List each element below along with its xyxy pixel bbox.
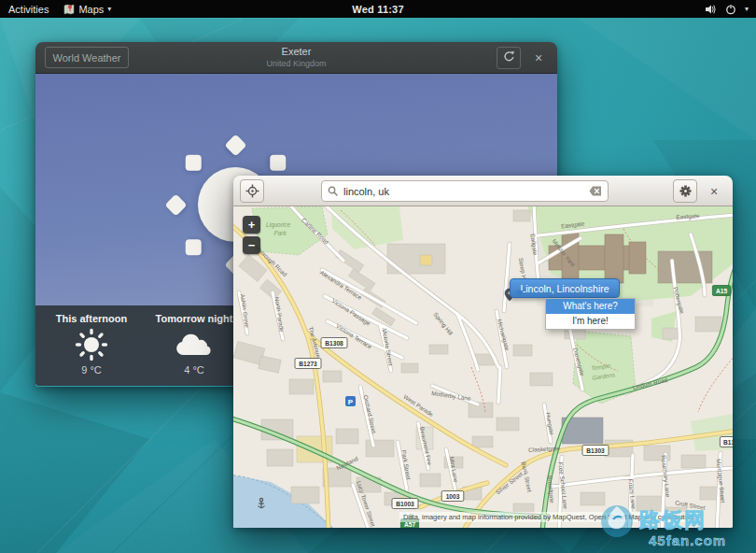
forecast-item: Tomorrow night 4 °C <box>146 313 243 376</box>
maps-headerbar[interactable]: lincoln, uk × <box>233 176 733 206</box>
top-bar: Activities Maps ▾ Wed 11:37 ▾ <box>0 0 756 18</box>
refresh-button[interactable] <box>497 47 521 69</box>
weather-location-title: Exeter <box>35 46 557 57</box>
settings-button[interactable] <box>673 179 697 203</box>
place-bubble[interactable]: Lincoln, Lincolnshire <box>510 278 620 298</box>
sun-ray <box>185 154 201 170</box>
crosshair-icon <box>245 184 259 198</box>
watermark-cjk-text: 路饭网 <box>638 508 707 532</box>
search-value[interactable]: lincoln, uk <box>343 186 589 197</box>
sun-icon <box>49 327 134 362</box>
context-menu-item-whats-here[interactable]: What's here? <box>546 299 635 314</box>
road-shield: B1308 <box>321 338 347 348</box>
svg-text:B1303: B1303 <box>586 447 605 454</box>
gear-icon <box>679 184 693 198</box>
zoom-out-button[interactable]: − <box>243 236 260 254</box>
context-menu-item-im-here[interactable]: I'm here! <box>546 314 635 329</box>
svg-text:1003: 1003 <box>446 493 460 500</box>
refresh-icon <box>503 50 515 63</box>
search-icon <box>328 186 338 196</box>
watermark-logo-icon <box>601 505 633 537</box>
cloud-icon <box>146 327 243 362</box>
weather-close-button[interactable]: × <box>528 47 549 69</box>
watermark: 路饭网 45fan.com <box>591 495 754 551</box>
road-shield: 1003 <box>441 491 464 502</box>
desktop: Activities Maps ▾ Wed 11:37 ▾ <box>0 0 756 553</box>
road-shield: B1003 <box>392 499 418 509</box>
map-svg: P LiquoriceParkCarline RoadYarborough Ro… <box>233 206 733 528</box>
map-context-menu: What's here? I'm here! <box>545 298 636 330</box>
maps-window: lincoln, uk × <box>233 176 733 528</box>
forecast-label: Tomorrow night <box>146 313 243 324</box>
svg-text:A15: A15 <box>716 288 727 294</box>
road-shield: B1273 <box>295 359 321 369</box>
zoom-controls: + − <box>243 216 260 254</box>
svg-text:B1308: B1308 <box>325 340 343 347</box>
weather-titlebar[interactable]: World Weather Exeter United Kingdom × <box>35 42 557 74</box>
street-label: Park <box>273 230 287 236</box>
sun-ray <box>164 193 187 216</box>
power-icon[interactable] <box>725 4 736 15</box>
road-shield: B13 <box>720 437 733 447</box>
map-canvas[interactable]: P LiquoriceParkCarline RoadYarborough Ro… <box>233 206 733 528</box>
forecast-item: This afternoon 9 °C <box>49 313 134 376</box>
search-input[interactable]: lincoln, uk <box>321 180 609 202</box>
street-label: Liquorice <box>266 221 290 229</box>
clear-icon[interactable] <box>589 186 602 196</box>
svg-text:P: P <box>348 398 354 406</box>
maps-close-button[interactable]: × <box>704 179 724 203</box>
forecast-label: This afternoon <box>49 313 134 324</box>
svg-text:B1273: B1273 <box>299 361 317 367</box>
sun-ray <box>185 239 201 255</box>
road-shield: B1303 <box>582 446 609 456</box>
sun-ray <box>270 154 286 170</box>
goto-current-location-button[interactable] <box>240 179 264 203</box>
svg-text:B1003: B1003 <box>396 501 414 507</box>
zoom-in-button[interactable]: + <box>243 216 260 234</box>
caret-down-icon[interactable]: ▾ <box>745 5 749 13</box>
clock[interactable]: Wed 11:37 <box>0 4 756 15</box>
weather-location-subtitle: United Kingdom <box>35 59 557 68</box>
volume-icon[interactable] <box>705 4 717 15</box>
forecast-temp: 9 °C <box>49 364 134 376</box>
parking-icon: P <box>345 396 356 406</box>
forecast-temp: 4 °C <box>146 364 243 376</box>
watermark-site-text: 45fan.com <box>649 532 726 548</box>
svg-text:B13: B13 <box>723 439 733 446</box>
sun-ray <box>224 134 246 156</box>
road-shield: A15 <box>712 286 730 296</box>
